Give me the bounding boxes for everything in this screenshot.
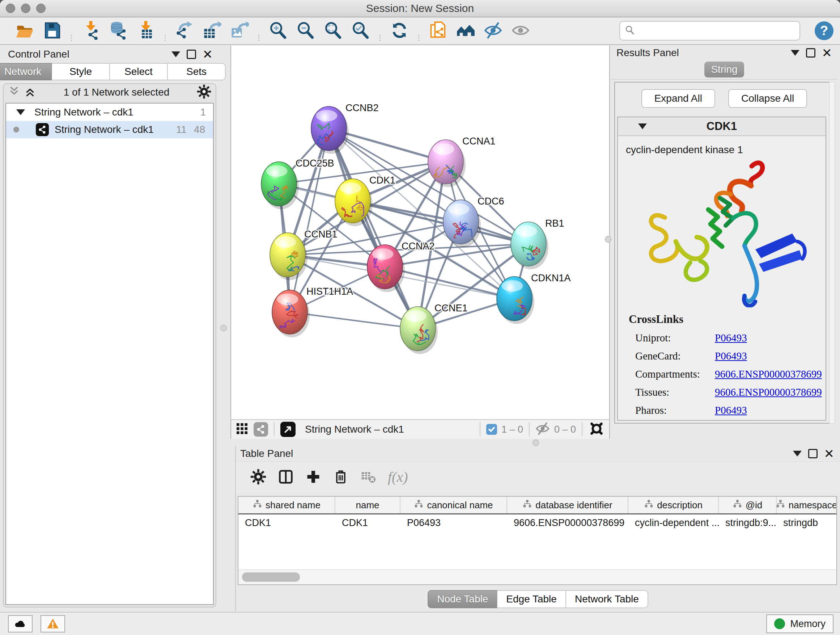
grid-view-icon[interactable]: [235, 422, 248, 437]
import-table-icon[interactable]: [136, 20, 156, 41]
tab-network[interactable]: Network: [0, 63, 52, 80]
float-panel-icon[interactable]: [187, 50, 196, 59]
results-close-icon[interactable]: ✕: [822, 49, 832, 57]
zoom-out-icon[interactable]: [295, 20, 316, 41]
save-session-icon[interactable]: [42, 20, 62, 41]
column-header-description[interactable]: description: [628, 497, 719, 513]
table-cell[interactable]: 9606.ENSP00000378699: [507, 515, 628, 531]
network-node-cdc6[interactable]: CDC6: [443, 196, 504, 247]
hidden-eye-icon[interactable]: [535, 421, 550, 437]
help-button[interactable]: ?: [815, 21, 834, 40]
expand-all-networks-icon[interactable]: [24, 86, 36, 99]
table-hscrollbar[interactable]: [238, 570, 836, 584]
network-node-hist1h1a[interactable]: HIST1H1A: [272, 286, 353, 337]
home-icon[interactable]: [455, 20, 476, 41]
network-node-ccne1[interactable]: CCNE1: [400, 302, 468, 354]
birds-eye-view-icon[interactable]: [280, 422, 295, 437]
table-cell[interactable]: CDK1: [335, 515, 401, 531]
table-close-icon[interactable]: ✕: [824, 450, 835, 457]
bottom-splitter-handle[interactable]: [532, 440, 539, 446]
network-row-selected[interactable]: String Network – cdk1 11 48: [6, 121, 213, 138]
warnings-button[interactable]: [41, 615, 65, 632]
table-cell[interactable]: P06493: [401, 515, 507, 531]
table-cell[interactable]: cyclin-dependent ...: [628, 515, 719, 531]
results-menu-icon[interactable]: [791, 50, 799, 56]
tab-sets[interactable]: Sets: [167, 63, 226, 80]
collapse-all-networks-icon[interactable]: [8, 86, 20, 99]
zoom-fit-icon[interactable]: [323, 20, 343, 41]
close-panel-icon[interactable]: ✕: [202, 51, 213, 58]
table-row[interactable]: CDK1CDK1P064939606.ENSP00000378699cyclin…: [238, 515, 836, 531]
fit-crosshair-icon[interactable]: [588, 420, 605, 439]
tab-network-table[interactable]: Network Table: [566, 590, 648, 608]
table-cell[interactable]: CDK1: [238, 515, 335, 531]
table-float-icon[interactable]: [808, 449, 818, 458]
network-node-ccnb1[interactable]: CCNB1: [270, 229, 338, 280]
network-node-ccna1[interactable]: CCNA1: [428, 136, 496, 187]
results-float-icon[interactable]: [806, 48, 815, 57]
collection-expand-icon[interactable]: [16, 109, 25, 115]
zoom-in-icon[interactable]: [268, 20, 288, 41]
delete-column-icon[interactable]: [332, 467, 350, 486]
tab-style[interactable]: Style: [52, 63, 110, 80]
tab-edge-table[interactable]: Edge Table: [497, 590, 566, 608]
open-session-icon[interactable]: [14, 20, 35, 41]
table-cell[interactable]: stringdb: [777, 515, 837, 531]
network-node-cdc25b[interactable]: CDC25B: [261, 158, 334, 209]
show-all-icon[interactable]: [510, 20, 531, 41]
column-header-canonicalname[interactable]: canonical name: [401, 497, 507, 513]
network-badge-icon[interactable]: [254, 422, 268, 437]
add-column-icon[interactable]: [304, 467, 323, 486]
crosslink-link[interactable]: P06493: [715, 350, 747, 362]
export-table-icon[interactable]: [202, 20, 222, 41]
expand-all-button[interactable]: Expand All: [641, 89, 715, 108]
zoom-selected-icon[interactable]: [351, 20, 371, 41]
memory-button[interactable]: Memory: [766, 614, 834, 633]
table-options-gear-icon[interactable]: [249, 467, 268, 486]
node-section-header[interactable]: CDK1: [618, 117, 826, 136]
clone-network-icon[interactable]: [428, 20, 448, 41]
network-edge[interactable]: [290, 128, 329, 312]
network-node-cdkn1a[interactable]: CDKN1A: [497, 272, 571, 324]
table-cell[interactable]: stringdb:9...: [719, 515, 777, 531]
import-network-from-database-icon[interactable]: [108, 20, 128, 41]
panel-menu-icon[interactable]: [172, 51, 180, 57]
results-tab-string[interactable]: String: [704, 62, 744, 78]
node-table[interactable]: shared namenamecanonical namedatabase id…: [238, 496, 837, 585]
export-network-icon[interactable]: [174, 20, 195, 41]
import-network-icon[interactable]: [81, 20, 101, 41]
crosslink-link[interactable]: 9606.ENSP00000378699: [715, 368, 822, 380]
table-hscroll-thumb[interactable]: [242, 572, 300, 582]
export-image-icon[interactable]: [229, 20, 249, 41]
cloud-status-button[interactable]: [8, 615, 33, 632]
network-collection-row[interactable]: String Network – cdk1 1: [6, 103, 213, 121]
results-scrollbar[interactable]: [829, 82, 835, 424]
search-box[interactable]: [619, 21, 800, 41]
column-header-namespace[interactable]: namespace: [777, 497, 837, 513]
left-splitter-handle[interactable]: [220, 325, 227, 331]
crosslink-link[interactable]: 9606.ENSP00000378699: [715, 386, 822, 398]
section-collapse-icon[interactable]: [638, 124, 647, 129]
show-columns-icon[interactable]: [276, 467, 295, 486]
right-splitter-handle[interactable]: [605, 236, 611, 242]
hide-selected-icon[interactable]: [483, 20, 503, 41]
column-header-id[interactable]: @id: [719, 497, 777, 513]
column-header-name[interactable]: name: [335, 497, 401, 513]
network-edge[interactable]: [329, 128, 418, 329]
refresh-view-icon[interactable]: [389, 20, 409, 41]
tab-select[interactable]: Select: [110, 63, 167, 80]
crosslink-link[interactable]: P06493: [715, 404, 747, 416]
selected-checkbox-icon[interactable]: [486, 424, 497, 435]
crosslink-link[interactable]: P06493: [715, 332, 747, 344]
network-node-ccnb2[interactable]: CCNB2: [311, 103, 379, 154]
network-options-gear-icon[interactable]: [197, 84, 211, 100]
collapse-all-button[interactable]: Collapse All: [728, 89, 807, 108]
column-header-databaseidentifier[interactable]: database identifier: [507, 497, 628, 513]
network-view[interactable]: CCNB2CCNA1CDC25BCDK1CDC6RB1CCNB1CCNA2CDK…: [231, 46, 610, 439]
column-header-sharedname[interactable]: shared name: [238, 497, 335, 513]
tab-node-table[interactable]: Node Table: [428, 590, 497, 608]
network-graph[interactable]: CCNB2CCNA1CDC25BCDK1CDC6RB1CCNB1CCNA2CDK…: [231, 46, 609, 418]
network-node-rb1[interactable]: RB1: [511, 218, 564, 269]
search-input[interactable]: [635, 25, 799, 37]
table-menu-icon[interactable]: [793, 451, 802, 456]
